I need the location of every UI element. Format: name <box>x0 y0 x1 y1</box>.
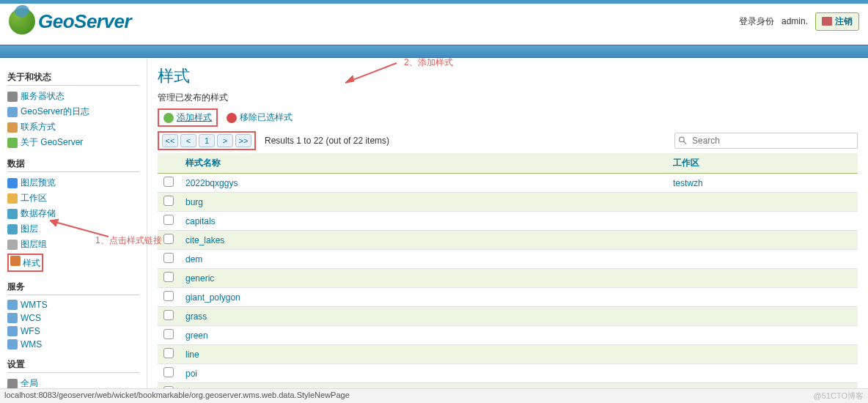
row-checkbox[interactable] <box>163 367 174 377</box>
i-style-icon <box>10 256 21 266</box>
login-label: 登录身份 <box>739 15 774 28</box>
add-style-link[interactable]: 添加样式 <box>177 111 212 124</box>
i-wfs-icon <box>7 326 18 336</box>
sidebar-section-title: 关于和状态 <box>7 71 139 86</box>
sidebar-item-label[interactable]: WMS <box>21 339 42 350</box>
style-link[interactable]: 2022bqxggys <box>185 178 238 188</box>
sidebar-item-label[interactable]: 图层 <box>21 223 38 235</box>
sidebar-section-title: 服务 <box>7 281 139 295</box>
workspace-link[interactable]: testwzh <box>673 178 703 188</box>
sidebar-item-label[interactable]: 关于 GeoServer <box>21 136 83 149</box>
style-link[interactable]: generic <box>185 273 214 284</box>
sidebar-item[interactable]: 联系方式 <box>7 119 139 135</box>
sidebar-item-label[interactable]: WFS <box>21 326 40 336</box>
pager-last[interactable]: >> <box>235 134 251 147</box>
table-row: poi <box>158 364 858 383</box>
page-subtitle: 管理已发布的样式 <box>158 92 858 104</box>
sidebar-item-label[interactable]: 服务器状态 <box>21 90 65 103</box>
sidebar-item[interactable]: WFS <box>7 325 139 338</box>
pager-highlight: << < 1 > >> <box>158 131 256 150</box>
i-wcs-icon <box>7 313 18 323</box>
pager-page[interactable]: 1 <box>199 134 215 147</box>
status-url: localhost:8083/geoserver/web/wicket/book… <box>4 391 350 402</box>
sidebar-item[interactable]: 工作区 <box>7 191 139 206</box>
logout-label: 注销 <box>835 15 853 28</box>
logo[interactable]: GeoServer <box>9 8 131 34</box>
svg-marker-5 <box>50 219 59 226</box>
style-link[interactable]: giant_polygon <box>185 292 240 303</box>
table-row: capitals <box>158 212 858 231</box>
table-row: 2022bqxggystestwzh <box>158 174 858 193</box>
sidebar-item-label[interactable]: WCS <box>21 313 41 323</box>
results-text: Results 1 to 22 (out of 22 items) <box>265 136 389 146</box>
add-style-highlight: 添加样式 <box>158 108 218 127</box>
style-link[interactable]: capitals <box>185 216 216 226</box>
sidebar-section-title: 设置 <box>7 358 139 373</box>
sidebar-item[interactable]: 样式 <box>7 252 139 273</box>
i-about-icon <box>7 138 18 148</box>
logout-button[interactable]: 注销 <box>815 12 859 31</box>
row-checkbox[interactable] <box>163 177 174 187</box>
style-link[interactable]: burg <box>185 197 203 207</box>
style-link[interactable]: line <box>185 350 199 360</box>
page-title: 样式 <box>158 65 858 87</box>
i-ws-icon <box>7 193 18 204</box>
annotation-1: 1、点击样式链接 <box>95 234 162 247</box>
table-row: generic <box>158 269 858 288</box>
row-checkbox[interactable] <box>163 215 174 225</box>
user-name: admin. <box>781 16 808 26</box>
col-name[interactable]: 样式名称 <box>180 153 667 174</box>
sidebar-item-label[interactable]: WMTS <box>21 300 48 310</box>
i-wms-icon <box>7 339 18 350</box>
sidebar-item[interactable]: GeoServer的日志 <box>7 104 139 119</box>
globe-icon <box>9 8 35 34</box>
add-icon <box>163 113 174 123</box>
annotation-2: 2、添加样式 <box>404 56 453 69</box>
sidebar-item-label[interactable]: 图层预览 <box>21 177 56 189</box>
row-checkbox[interactable] <box>163 291 174 301</box>
search-box[interactable] <box>674 133 858 149</box>
style-link[interactable]: grass <box>185 311 207 322</box>
remove-style-link[interactable]: 移除已选样式 <box>240 111 293 124</box>
brand-text: GeoServer <box>38 10 131 33</box>
col-ws[interactable]: 工作区 <box>667 153 858 174</box>
row-checkbox[interactable] <box>163 310 174 320</box>
i-server-icon <box>7 92 18 102</box>
sidebar-item[interactable]: WMTS <box>7 298 139 311</box>
i-preview-icon <box>7 178 18 188</box>
row-checkbox[interactable] <box>163 253 174 263</box>
sidebar-item[interactable]: 关于 GeoServer <box>7 135 139 150</box>
pager-next[interactable]: > <box>217 134 233 147</box>
style-link[interactable]: green <box>185 330 208 341</box>
row-checkbox[interactable] <box>163 234 174 244</box>
i-log-icon <box>7 107 18 117</box>
pager-prev[interactable]: < <box>180 134 196 147</box>
table-row: grass <box>158 307 858 326</box>
style-link[interactable]: dem <box>185 254 202 265</box>
watermark: @51CTO博客 <box>814 391 864 402</box>
pager-first[interactable]: << <box>162 134 178 147</box>
status-bar: localhost:8083/geoserver/web/wicket/book… <box>0 388 868 403</box>
sidebar-item-label[interactable]: 样式 <box>23 258 40 268</box>
sidebar-item-label[interactable]: 联系方式 <box>21 121 56 133</box>
sidebar-item[interactable]: WCS <box>7 311 139 325</box>
sidebar-item[interactable]: 图层预览 <box>7 175 139 191</box>
search-icon <box>678 136 688 146</box>
sidebar-item-label[interactable]: 工作区 <box>21 192 47 204</box>
row-checkbox[interactable] <box>163 196 174 206</box>
sidebar-item[interactable]: WMS <box>7 338 139 351</box>
i-layer-icon <box>7 224 18 234</box>
sidebar-item-label[interactable]: GeoServer的日志 <box>21 106 89 118</box>
table-row: green <box>158 326 858 345</box>
sidebar-item[interactable]: 服务器状态 <box>7 89 139 104</box>
row-checkbox[interactable] <box>163 348 174 358</box>
row-checkbox[interactable] <box>163 272 174 282</box>
svg-line-3 <box>683 141 686 144</box>
sidebar-section-title: 数据 <box>7 158 139 172</box>
table-row: giant_polygon <box>158 288 858 307</box>
style-link[interactable]: poi <box>185 369 197 379</box>
i-layergrp-icon <box>7 240 18 250</box>
search-input[interactable] <box>691 134 854 147</box>
style-link[interactable]: cite_lakes <box>185 235 224 245</box>
row-checkbox[interactable] <box>163 329 174 339</box>
